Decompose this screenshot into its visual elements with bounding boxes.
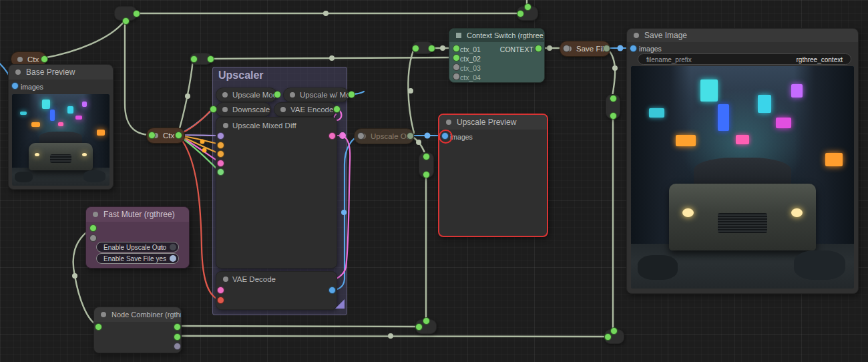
ctx-04-input-label: ctx_04 [460,73,481,81]
combiner-output-dot[interactable] [174,343,181,350]
combiner-output-dot[interactable] [174,323,181,331]
upscale-w-model-output-dot[interactable] [348,91,355,98]
collapse-dot-icon[interactable] [446,120,451,125]
toggle-knob-on-icon[interactable] [170,255,176,262]
latent-output-dot[interactable] [329,132,336,140]
ctx-02-input-dot[interactable] [453,54,460,61]
node-title: VAE Encode [290,106,333,114]
muter-input-dot[interactable] [89,234,97,242]
save-file-output-dot[interactable] [603,45,610,52]
positive-input-dot[interactable] [217,142,224,149]
downscale-input-dot[interactable] [210,106,217,113]
reroute-input-dot[interactable] [423,153,430,160]
images-input-dot[interactable] [11,82,19,89]
reroute-output-dot[interactable] [524,3,531,11]
collapse-dot-icon[interactable] [223,277,228,282]
node-title: Downscale [232,106,270,114]
reroute-input-dot[interactable] [415,323,423,331]
ctx-output-dot[interactable] [175,132,182,139]
reroute-output-dot[interactable] [423,317,430,325]
node-title: Upscale Model [232,91,277,99]
samples-input-dot[interactable] [217,287,224,294]
save-file-input-dot[interactable] [563,45,570,52]
reroute-output-dot[interactable] [207,55,214,63]
collapse-dot-icon[interactable] [15,69,21,75]
combiner-input-dot[interactable] [95,323,102,331]
ctx-03-input-dot[interactable] [453,63,460,71]
latent-image-input-dot[interactable] [217,160,224,167]
fast-muter-node[interactable]: Fast Muter (rgthree) Enable Upscale Out … [85,206,190,268]
negative-input-dot[interactable] [217,150,224,158]
save-image-header[interactable]: Save Image [627,29,858,42]
reroute-input-dot[interactable] [610,95,617,102]
preview-image [12,94,110,186]
fast-muter-header[interactable]: Fast Muter (rgthree) [86,207,189,222]
reroute-output-dot[interactable] [428,45,435,52]
base-preview-node[interactable]: Base Preview images [8,64,114,190]
upscale-w-model-node-collapsed[interactable]: Upscale w/ Model [283,87,349,102]
collapse-dot-icon[interactable] [101,312,106,317]
reroute-output-dot[interactable] [133,10,140,17]
upscale-preview-header[interactable]: Upscale Preview [439,115,547,130]
reroute-output-dot[interactable] [122,17,130,25]
node-title: Ctx [163,132,174,140]
muter-input-dot[interactable] [89,224,97,232]
node-combiner-header[interactable]: Node Combiner (rgthree) [94,307,181,322]
widget-name: filename_prefix [646,55,692,63]
collapse-dot-icon [290,92,295,98]
ctx-01-input-label: ctx_01 [460,45,481,53]
context-output-label: CONTEXT [500,45,533,53]
save-image-node[interactable]: Save Image images filename_prefix rgthre… [626,28,859,294]
collapse-dot-icon[interactable] [634,33,639,38]
base-preview-header[interactable]: Base Preview [9,65,113,79]
collapse-box-icon[interactable] [456,33,461,38]
upscale-mixed-diff-node[interactable]: Upscale Mixed Diff [216,117,337,268]
upscale-out-input-dot[interactable] [357,132,365,140]
reroute-input-dot[interactable] [190,55,198,63]
reroute-input-dot[interactable] [604,333,612,341]
downscale-node-collapsed[interactable]: Downscale [216,102,271,117]
model-input-dot[interactable] [217,132,224,140]
enable-save-file-toggle[interactable]: Enable Save File yes [96,253,179,264]
combiner-output-dot[interactable] [174,333,181,341]
context-switch-header[interactable]: Context Switch (rgthree) [449,29,544,42]
reroute-output-dot[interactable] [423,171,430,178]
ctx-01-input-dot[interactable] [453,45,460,52]
images-input-dot[interactable] [630,45,637,52]
collapse-dot-icon[interactable] [223,123,228,128]
toggle-knob-off-icon[interactable] [170,244,176,250]
toggle-value: yes [156,255,166,262]
vae-input-dot[interactable] [217,297,224,304]
node-title: Save Image [644,31,687,40]
upscale-out-output-dot[interactable] [407,132,414,140]
toggle-name: Enable Upscale Out [103,244,163,251]
vae-encode-output-dot[interactable] [333,106,341,113]
highlight-ring [439,130,453,144]
ctx-input-dot[interactable] [148,132,156,139]
reroute-output-dot[interactable] [610,327,618,335]
context-output-dot[interactable] [535,45,542,52]
context-switch-node[interactable]: Context Switch (rgthree) ctx_01 ctx_02 c… [449,28,545,83]
enable-upscale-out-toggle[interactable]: Enable Upscale Out no [96,242,179,252]
reroute-output-dot[interactable] [610,112,617,120]
saved-image-preview [631,66,854,289]
images-input-label: images [21,83,43,91]
reroute-input-dot[interactable] [517,10,524,17]
image-output-dot[interactable] [329,287,336,294]
vae-encode-node-collapsed[interactable]: VAE Encode [274,102,337,117]
upscale-model-output-dot[interactable] [274,91,281,98]
filename-prefix-widget[interactable]: filename_prefix rgthree_context [638,53,851,65]
vae-decode-node[interactable]: VAE Decode [216,271,337,310]
node-combiner-node[interactable]: Node Combiner (rgthree) [93,307,182,353]
collapse-dot-icon [222,92,228,98]
noise-seed-input-dot[interactable] [217,168,224,176]
node-title: Upscale Preview [457,118,516,127]
reroute-input-dot[interactable] [412,45,419,52]
group-resize-handle[interactable] [335,299,345,309]
upscale-model-node-collapsed[interactable]: Upscale Model [216,87,277,102]
upscale-preview-node[interactable]: Upscale Preview images [438,114,548,237]
images-input-label: images [639,45,662,53]
ctx-output-dot[interactable] [41,55,48,63]
collapse-dot-icon[interactable] [93,212,98,217]
ctx-04-input-dot[interactable] [453,73,460,80]
